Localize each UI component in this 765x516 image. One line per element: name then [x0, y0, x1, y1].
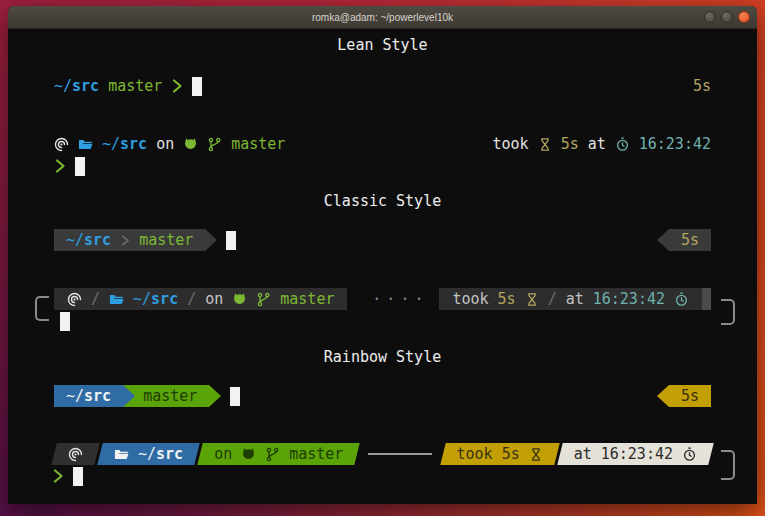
frame-bracket-left	[35, 296, 49, 321]
classic-prompt-2-top: / ~/src / on master ···· took 5s / at	[54, 288, 711, 310]
right-bar-group: ···· took 5s / at 16:23:42	[372, 288, 711, 310]
left-segment-group: ~/src master	[54, 385, 221, 407]
gap-filler-dots: ····	[372, 290, 428, 308]
time: 16:23:42	[639, 135, 711, 153]
powerline-arrow-icon	[205, 229, 217, 251]
at-label: at	[588, 135, 606, 153]
git-branch: master	[139, 231, 193, 249]
separator: /	[187, 290, 196, 308]
path: ~/src	[66, 231, 111, 249]
maximize-button[interactable]	[721, 11, 733, 23]
terminal-window: romka@adam: ~/powerlevel10k Lean Style ~…	[8, 6, 757, 504]
on-label: on	[214, 445, 232, 463]
clock-icon	[674, 292, 689, 307]
hourglass-icon	[538, 137, 552, 152]
powerline-arrow-icon	[657, 229, 669, 251]
took-label: took	[493, 135, 529, 153]
path: ~/src	[54, 77, 99, 95]
desktop: { "window": { "title": "romka@adam: ~/po…	[0, 0, 765, 516]
duration-badge: 5s	[693, 77, 711, 95]
took-label: took	[452, 290, 488, 308]
path: ~/src	[133, 290, 178, 308]
right-bar: took 5s / at 16:23:42	[439, 288, 702, 310]
duration: 5s	[498, 290, 516, 308]
hourglass-icon	[525, 292, 539, 307]
duration-segment: 5s	[669, 229, 711, 251]
at-label: at	[566, 290, 584, 308]
left-slanted-bar: ~/src on master	[54, 443, 357, 465]
took-label: took	[457, 445, 493, 463]
lean-right-status: took 5s at 16:23:42	[493, 135, 712, 153]
right-bar-wrap: took 5s / at 16:23:42	[439, 288, 711, 310]
powerline-arrow-icon	[657, 385, 669, 407]
on-label: on	[156, 135, 174, 153]
octocat-icon	[232, 292, 247, 307]
block-cursor	[192, 77, 202, 96]
duration: 5s	[502, 445, 520, 463]
time: 16:23:42	[601, 445, 673, 463]
path: ~/src	[102, 135, 147, 153]
segment-path: ~/src	[100, 443, 197, 465]
right-segment-group: 5s	[657, 385, 711, 407]
block-cursor	[226, 231, 236, 250]
on-label: on	[205, 290, 223, 308]
gap-filler-line	[368, 453, 431, 455]
block-cursor	[230, 387, 240, 406]
os-swirl-icon	[54, 137, 69, 152]
titlebar[interactable]: romka@adam: ~/powerlevel10k	[8, 6, 757, 29]
clock-icon	[682, 447, 697, 462]
section-title-lean: Lean Style	[8, 36, 757, 54]
chevron-right-icon	[171, 78, 183, 94]
segment-path-branch: ~/src master	[54, 229, 205, 251]
segment-time: at 16:23:42	[560, 443, 711, 465]
segment-duration: took 5s	[443, 443, 557, 465]
path: ~/src	[66, 387, 111, 405]
segment-branch: on master	[200, 443, 357, 465]
classic-prompt-2-input	[54, 310, 711, 332]
git-branch: master	[231, 135, 285, 153]
bar-endcap	[702, 288, 711, 310]
open-folder-icon	[78, 137, 93, 152]
close-button[interactable]	[738, 11, 750, 23]
right-segment-group: 5s	[657, 229, 711, 251]
window-title: romka@adam: ~/powerlevel10k	[312, 12, 453, 23]
octocat-icon	[183, 137, 198, 152]
lean-prompt-2-top: ~/src on master took 5s at 16:23:42	[54, 133, 711, 155]
block-cursor	[73, 467, 83, 486]
terminal-content: Lean Style ~/src master 5s ~/src on mast…	[8, 29, 757, 503]
section-title-rainbow: Rainbow Style	[8, 348, 757, 366]
time: 16:23:42	[593, 290, 665, 308]
duration-segment: 5s	[669, 385, 711, 407]
open-folder-icon	[114, 447, 129, 462]
frame-bracket-right	[721, 450, 735, 480]
git-branch-icon	[256, 292, 271, 307]
lean-prompt-2-input	[54, 155, 711, 177]
classic-prompt-1: ~/src master 5s	[54, 229, 711, 251]
duration: 5s	[561, 135, 579, 153]
git-branch-icon	[265, 447, 280, 462]
clock-icon	[615, 137, 630, 152]
segment-branch: master	[123, 385, 209, 407]
separator: /	[91, 290, 100, 308]
lean-prompt-1: ~/src master 5s	[54, 75, 711, 97]
at-label: at	[574, 445, 592, 463]
open-folder-icon	[109, 292, 124, 307]
git-branch: master	[280, 290, 334, 308]
git-branch: master	[289, 445, 343, 463]
segment-path: ~/src	[54, 385, 123, 407]
chevron-right-icon	[54, 158, 66, 174]
path: ~/src	[138, 445, 183, 463]
block-cursor	[60, 312, 70, 331]
right-slanted-bar: took 5s at 16:23:42	[443, 443, 712, 465]
rainbow-prompt-2-top: ~/src on master took 5s at 16:23	[54, 443, 711, 465]
octocat-icon	[241, 447, 256, 462]
rainbow-prompt-2-input	[54, 465, 711, 487]
minimize-button[interactable]	[704, 11, 716, 23]
section-title-classic: Classic Style	[8, 192, 757, 210]
segment-os	[54, 443, 97, 465]
chevron-right-icon	[52, 468, 64, 484]
git-branch-icon	[207, 137, 222, 152]
separator-chevron-icon	[120, 233, 130, 248]
block-cursor	[75, 157, 85, 176]
os-swirl-icon	[67, 292, 82, 307]
